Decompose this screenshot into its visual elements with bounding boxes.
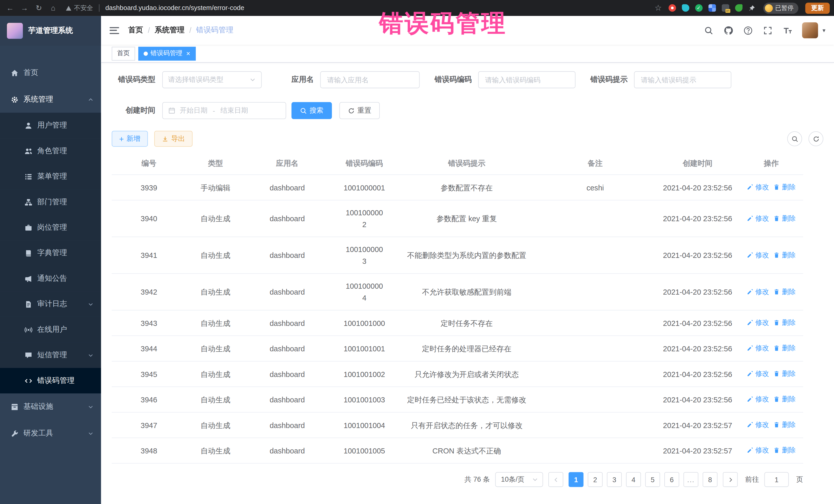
delete-link[interactable]: 删除 — [773, 213, 796, 224]
breadcrumb-item-系统管理[interactable]: 系统管理 — [155, 25, 184, 35]
toggle-search-button[interactable] — [787, 131, 802, 146]
sidebar-item-角色管理[interactable]: 角色管理 — [0, 138, 101, 164]
chevron-down-icon[interactable]: ▾ — [822, 27, 825, 34]
sidebar-item-菜单管理[interactable]: 菜单管理 — [0, 164, 101, 189]
help-icon[interactable] — [743, 25, 753, 35]
refresh-icon — [812, 135, 819, 142]
sidebar-item-在线用户[interactable]: 在线用户 — [0, 317, 101, 342]
hamburger-icon[interactable] — [110, 27, 119, 34]
table-row: 3944自动生成dashboard1001001001定时任务的处理器已经存在2… — [112, 336, 803, 361]
delete-link[interactable]: 删除 — [773, 286, 796, 298]
bookmark-star-icon[interactable]: ☆ — [652, 3, 664, 13]
sidebar-item-研发工具[interactable]: 研发工具 — [0, 420, 101, 447]
date-range-picker[interactable]: 开始日期 - 结束日期 — [162, 102, 286, 119]
error-msg-input[interactable] — [634, 71, 731, 88]
delete-link[interactable]: 删除 — [773, 342, 796, 354]
cell-code: 1001001002 — [330, 361, 399, 387]
tab-首页[interactable]: 首页 — [112, 46, 135, 60]
page-button-8[interactable]: 8 — [703, 472, 718, 487]
font-size-icon[interactable] — [783, 25, 792, 35]
back-icon[interactable]: ← — [4, 4, 16, 12]
sidebar-item-用户管理[interactable]: 用户管理 — [0, 113, 101, 138]
column-header-备注: 备注 — [534, 153, 656, 175]
extension-icon-switch[interactable] — [722, 4, 729, 12]
sidebar-item-系统管理[interactable]: 系统管理 — [0, 86, 101, 113]
user-avatar[interactable] — [803, 22, 818, 38]
delete-link[interactable]: 删除 — [773, 249, 796, 261]
close-icon[interactable]: × — [186, 50, 190, 57]
extension-icon-blue-grid[interactable] — [708, 4, 716, 12]
forward-icon[interactable]: → — [19, 4, 30, 12]
page-ellipsis[interactable]: ... — [683, 472, 698, 487]
error-type-select[interactable]: 请选择错误码类型 — [162, 71, 262, 88]
export-button[interactable]: 导出 — [154, 131, 193, 147]
box-icon — [10, 402, 19, 411]
page-button-5[interactable]: 5 — [645, 472, 660, 487]
edit-link[interactable]: 修改 — [747, 419, 769, 431]
extension-icon-teal[interactable] — [682, 4, 689, 12]
sidebar-item-部门管理[interactable]: 部门管理 — [0, 190, 101, 215]
extensions-pin-icon[interactable] — [748, 4, 755, 12]
error-code-input[interactable] — [478, 71, 575, 88]
cell-code: 100100000 4 — [330, 273, 399, 310]
pencil-icon — [747, 184, 753, 191]
page-size-select[interactable]: 10条/页 — [495, 472, 543, 487]
edit-link[interactable]: 修改 — [747, 444, 769, 456]
sidebar-item-通知公告[interactable]: 通知公告 — [0, 266, 101, 291]
page-button-2[interactable]: 2 — [588, 472, 602, 487]
delete-link[interactable]: 删除 — [773, 393, 796, 405]
security-status[interactable]: 不安全 — [66, 3, 93, 12]
sidebar-item-字典管理[interactable]: 字典管理 — [0, 240, 101, 266]
tab-错误码管理[interactable]: 错误码管理× — [138, 46, 196, 60]
edit-link[interactable]: 修改 — [747, 249, 769, 261]
edit-link[interactable]: 修改 — [747, 181, 769, 193]
github-icon[interactable] — [724, 25, 733, 35]
search-button[interactable]: 搜索 — [291, 102, 332, 119]
delete-link[interactable]: 删除 — [773, 444, 796, 456]
delete-link[interactable]: 删除 — [773, 317, 796, 329]
url-text[interactable]: dashboard.yudao.iocoder.cn/system/error-… — [105, 4, 650, 12]
page-button-1[interactable]: 1 — [569, 472, 584, 487]
search-icon[interactable] — [704, 25, 714, 35]
fullscreen-icon[interactable] — [763, 25, 772, 35]
app-logo[interactable]: 芋道管理系统 — [0, 16, 101, 46]
goto-page-input[interactable] — [764, 472, 789, 487]
prev-page-button[interactable] — [548, 472, 563, 487]
browser-update-button[interactable]: 更新 — [805, 2, 830, 14]
extension-icon-leaf[interactable] — [735, 4, 742, 12]
sidebar-item-错误码管理[interactable]: 错误码管理 — [0, 368, 101, 393]
sidebar-item-首页[interactable]: 首页 — [0, 60, 101, 86]
extension-icon-green-check[interactable] — [695, 4, 702, 12]
add-button[interactable]: + 新增 — [112, 131, 148, 147]
delete-link[interactable]: 删除 — [773, 368, 796, 380]
sidebar-item-基础设施[interactable]: 基础设施 — [0, 393, 101, 420]
app-name-input[interactable] — [320, 71, 420, 88]
edit-link[interactable]: 修改 — [747, 393, 769, 405]
delete-link[interactable]: 删除 — [773, 419, 796, 431]
page-button-3[interactable]: 3 — [607, 472, 622, 487]
sidebar-item-审计日志[interactable]: 审计日志 — [0, 291, 101, 317]
sidebar-item-短信管理[interactable]: 短信管理 — [0, 342, 101, 368]
edit-link[interactable]: 修改 — [747, 213, 769, 224]
reset-button[interactable]: 重置 — [339, 102, 380, 119]
page-button-6[interactable]: 6 — [664, 472, 679, 487]
delete-link[interactable]: 删除 — [773, 181, 796, 193]
page-button-4[interactable]: 4 — [626, 472, 641, 487]
breadcrumb-item-首页[interactable]: 首页 — [128, 25, 143, 35]
sidebar-item-岗位管理[interactable]: 岗位管理 — [0, 215, 101, 240]
edit-link[interactable]: 修改 — [747, 317, 769, 329]
next-page-button[interactable] — [723, 472, 738, 487]
cell-remark — [534, 273, 656, 310]
pencil-icon — [747, 371, 753, 377]
edit-link[interactable]: 修改 — [747, 368, 769, 380]
cell-remark — [534, 412, 656, 438]
goto-unit: 页 — [796, 475, 803, 484]
cell-code: 1001001003 — [330, 387, 399, 412]
profile-paused-badge[interactable]: 已暂停 — [763, 2, 798, 14]
edit-link[interactable]: 修改 — [747, 342, 769, 354]
extension-icon-red[interactable] — [668, 4, 676, 12]
reload-icon[interactable]: ↻ — [33, 4, 45, 12]
browser-home-icon[interactable]: ⌂ — [47, 4, 59, 12]
refresh-table-button[interactable] — [809, 131, 824, 146]
edit-link[interactable]: 修改 — [747, 286, 769, 298]
